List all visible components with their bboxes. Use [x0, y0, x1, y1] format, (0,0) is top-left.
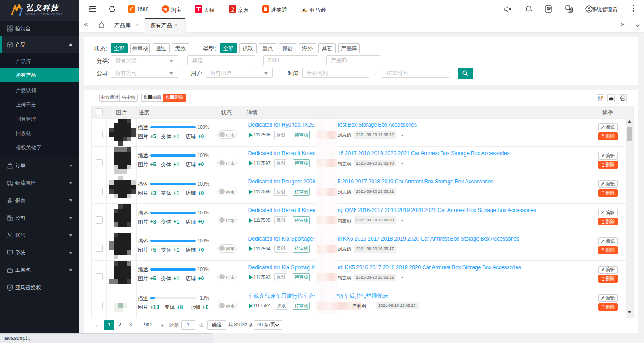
svg-text:淘: 淘: [163, 7, 168, 12]
svg-text:a: a: [303, 5, 306, 12]
